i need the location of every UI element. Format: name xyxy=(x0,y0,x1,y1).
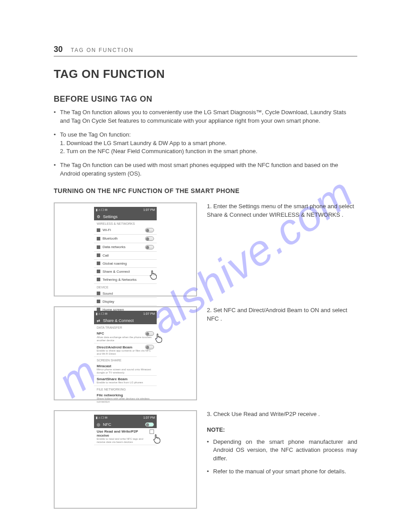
page-title: TAG ON FUNCTION xyxy=(54,67,357,81)
display-icon xyxy=(97,300,100,303)
block-desc: Enable to read and write NFC tags and re… xyxy=(97,438,148,443)
globe-icon xyxy=(97,262,100,265)
phone-section-header: WIRELESS & NETWORKS xyxy=(94,220,157,226)
page-number: 30 xyxy=(54,45,63,54)
bullet-text: The Tag On function can be used with mos… xyxy=(60,161,357,178)
note-heading: NOTE: xyxy=(207,426,357,434)
phone-row-label: Wi-Fi xyxy=(103,228,111,232)
phone-block-filenet: File networking Share folders with other… xyxy=(94,392,157,404)
manual-page: manualshive.com 30 TAG ON FUNCTION TAG O… xyxy=(0,0,411,532)
phone-row-label: Global roaming xyxy=(103,262,127,266)
sublist: 1. Download the LG Smart Laundry & DW Ap… xyxy=(60,139,357,156)
block-title: SmartShare Beam xyxy=(97,377,154,381)
bullet-text: The Tag On function allows you to conven… xyxy=(60,108,357,125)
step-description: Check Use Read and Write/P2P receive . xyxy=(213,411,320,417)
status-time: 1:07 PM xyxy=(143,208,155,211)
phone-row-bluetooth: Bluetooth xyxy=(94,235,157,243)
bullet-text: To use the Tag On function: xyxy=(60,131,131,138)
call-icon xyxy=(97,253,100,257)
phone-row-share-connect: Share & Connect xyxy=(94,268,157,276)
step-text: 2. Set NFC and Direct/Android Beam to ON… xyxy=(207,306,357,400)
block-desc: Share folders with other devices via wir… xyxy=(97,397,154,403)
block-title: Use Read and Write/P2P receive xyxy=(97,429,148,438)
status-icons: ▮ ⌂ ☐ ✉ xyxy=(96,208,107,212)
phone-block-miracast: Miracast Mirror phone screen and sound o… xyxy=(94,363,157,376)
toggle-on-icon xyxy=(145,422,154,427)
running-title: TAG ON FUNCTION xyxy=(71,47,133,53)
block-title: Miracast xyxy=(97,364,154,368)
phone-screen-title: NFC xyxy=(103,422,111,427)
phone-row-wifi: Wi-Fi xyxy=(94,226,157,235)
bullet-dot-icon: • xyxy=(54,161,60,178)
phone-row-roaming: Global roaming xyxy=(94,260,157,268)
figure-box: ▮ ⌂ ☐ ✉ 1:07 PM ◎ NFC Use Read and Write… xyxy=(54,410,197,509)
note-item: • Refer to the manual of your smart phon… xyxy=(207,468,357,476)
phone-section-header: SCREEN SHARE xyxy=(94,357,157,363)
phone-row-display: Display xyxy=(94,298,157,306)
share-icon xyxy=(97,270,100,273)
status-icons: ▮ ⌂ ☐ ✉ xyxy=(96,416,107,420)
section-nfc-heading: TURNING ON THE NFC FUNCTION OF THE SMART… xyxy=(54,187,357,194)
bullet-item: • The Tag On function can be used with m… xyxy=(54,161,357,178)
phone-mock-share-connect: ▮ ⌂ ☐ ✉ 1:07 PM ⇄ Share & Connect DATA T… xyxy=(94,311,157,396)
step-text-with-notes: 3. Check Use Read and Write/P2P receive … xyxy=(207,410,357,509)
hand-pointer-icon xyxy=(153,332,165,343)
bullet-dot-icon: • xyxy=(207,468,213,476)
phone-section-header: FILE NETWORKING xyxy=(94,386,157,392)
bullet-dot-icon: • xyxy=(207,438,213,463)
phone-row-label: Data networks xyxy=(103,245,125,249)
phone-block-readwrite: Use Read and Write/P2P receive Enable to… xyxy=(94,428,157,445)
toggle-icon xyxy=(145,245,154,249)
before-bullets: • The Tag On function allows you to conv… xyxy=(54,108,357,178)
status-time: 1:07 PM xyxy=(143,312,155,315)
status-time: 1:07 PM xyxy=(143,416,155,419)
phone-status-bar: ▮ ⌂ ☐ ✉ 1:07 PM xyxy=(94,207,157,213)
note-text: Depending on the smart phone manufacture… xyxy=(213,438,357,463)
block-title: Direct/Android Beam xyxy=(97,345,133,349)
phone-section-header: DEVICE xyxy=(94,284,157,290)
phone-mock-settings: ▮ ⌂ ☐ ✉ 1:07 PM ⚙ Settings WIRELESS & NE… xyxy=(94,207,157,292)
phone-mock-nfc: ▮ ⌂ ☐ ✉ 1:07 PM ◎ NFC Use Read and Write… xyxy=(94,415,157,504)
toggle-icon xyxy=(145,228,154,232)
phone-row-tethering: Tethering & Networks xyxy=(94,276,157,284)
step-row: ▮ ⌂ ☐ ✉ 1:07 PM ⚙ Settings WIRELESS & NE… xyxy=(54,202,357,296)
sound-icon xyxy=(97,292,100,295)
toggle-icon xyxy=(145,236,154,241)
nfc-icon: ◎ xyxy=(97,422,100,427)
phone-screen-title-bar: ⇄ Share & Connect xyxy=(94,317,157,324)
phone-row-data: Data networks xyxy=(94,243,157,252)
phone-screen-title-bar: ⚙ Settings xyxy=(94,213,157,220)
block-desc: Enable to share app contents or files vi… xyxy=(97,349,154,355)
hand-pointer-icon xyxy=(151,433,163,444)
figure-box: ▮ ⌂ ☐ ✉ 1:07 PM ⇄ Share & Connect DATA T… xyxy=(54,306,197,400)
step-text: 1. Enter the Settings menu of the smart … xyxy=(207,202,357,296)
page-header: 30 TAG ON FUNCTION xyxy=(54,45,357,56)
figure-box: ▮ ⌂ ☐ ✉ 1:07 PM ⚙ Settings WIRELESS & NE… xyxy=(54,202,197,296)
phone-row-label: Tethering & Networks xyxy=(103,278,137,282)
phone-status-bar: ▮ ⌂ ☐ ✉ 1:07 PM xyxy=(94,311,157,317)
step-description: Enter the Settings menu of the smart pho… xyxy=(207,203,354,218)
sublist-item: 2. Turn on the NFC (Near Field Communica… xyxy=(60,147,357,156)
phone-row-label: Bluetooth xyxy=(103,236,118,240)
gear-icon: ⚙ xyxy=(97,215,100,219)
phone-screen-title-bar: ◎ NFC xyxy=(94,421,157,428)
block-title: File networking xyxy=(97,393,154,397)
phone-section-header: DATA TRANSFER xyxy=(94,324,157,330)
tether-icon xyxy=(97,278,100,281)
block-desc: Allow data exchange when the phone touch… xyxy=(97,336,154,342)
phone-row-sound: Sound xyxy=(94,290,157,298)
step-row: ▮ ⌂ ☐ ✉ 1:07 PM ⇄ Share & Connect DATA T… xyxy=(54,306,357,400)
phone-block-beam: Direct/Android Beam Enable to share app … xyxy=(94,343,157,357)
phone-status-bar: ▮ ⌂ ☐ ✉ 1:07 PM xyxy=(94,415,157,421)
phone-screen-title: Share & Connect xyxy=(103,318,134,323)
step-description: Set NFC and Direct/Android Beam to ON an… xyxy=(207,307,347,322)
bullet-dot-icon: • xyxy=(54,131,60,156)
phone-row-call: Call xyxy=(94,252,157,260)
bullet-item: • The Tag On function allows you to conv… xyxy=(54,108,357,125)
phone-block-smartshare: SmartShare Beam Enable to receive files … xyxy=(94,376,157,386)
phone-row-label: Display xyxy=(103,300,114,304)
step-line: 3. Check Use Read and Write/P2P receive … xyxy=(207,410,357,419)
toggle-icon xyxy=(145,345,154,349)
status-icons: ▮ ⌂ ☐ ✉ xyxy=(96,312,107,316)
toggle-icon xyxy=(145,331,154,336)
